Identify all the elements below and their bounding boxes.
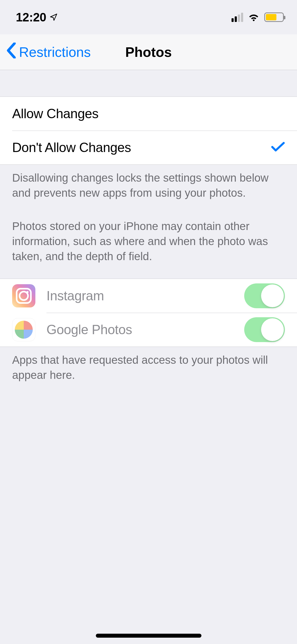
option-dont-allow-changes[interactable]: Don't Allow Changes [0, 131, 297, 164]
app-row-google-photos: Google Photos [0, 313, 297, 347]
app-label: Google Photos [46, 322, 132, 337]
wifi-icon [247, 12, 260, 22]
status-time: 12:20 [16, 10, 46, 24]
option-allow-changes[interactable]: Allow Changes [0, 97, 297, 131]
cellular-signal-icon [232, 12, 243, 22]
back-label: Restrictions [19, 44, 91, 60]
google-photos-icon [12, 318, 35, 341]
toggle-instagram [244, 283, 285, 308]
chevron-left-icon [6, 43, 16, 62]
page-title: Photos [125, 44, 172, 60]
section-footer: Photos stored on your iPhone may contain… [0, 200, 297, 279]
app-label: Instagram [46, 288, 104, 303]
navigation-bar: Restrictions Photos [0, 34, 297, 70]
toggle-google-photos [244, 317, 285, 342]
battery-icon [264, 12, 284, 22]
option-label: Allow Changes [12, 106, 98, 121]
apps-footer: Apps that have requested access to your … [0, 347, 297, 383]
home-indicator[interactable] [96, 634, 201, 638]
back-button[interactable]: Restrictions [6, 43, 91, 62]
instagram-icon [12, 284, 35, 307]
checkmark-icon [271, 141, 285, 154]
apps-section: Instagram Google Photos [0, 279, 297, 347]
app-row-instagram: Instagram [0, 279, 297, 313]
option-label: Don't Allow Changes [12, 140, 131, 155]
section-footer: Disallowing changes locks the settings s… [0, 165, 297, 200]
status-bar: 12:20 [0, 0, 297, 34]
location-icon [49, 10, 58, 24]
allow-changes-section: Allow Changes Don't Allow Changes [0, 96, 297, 165]
